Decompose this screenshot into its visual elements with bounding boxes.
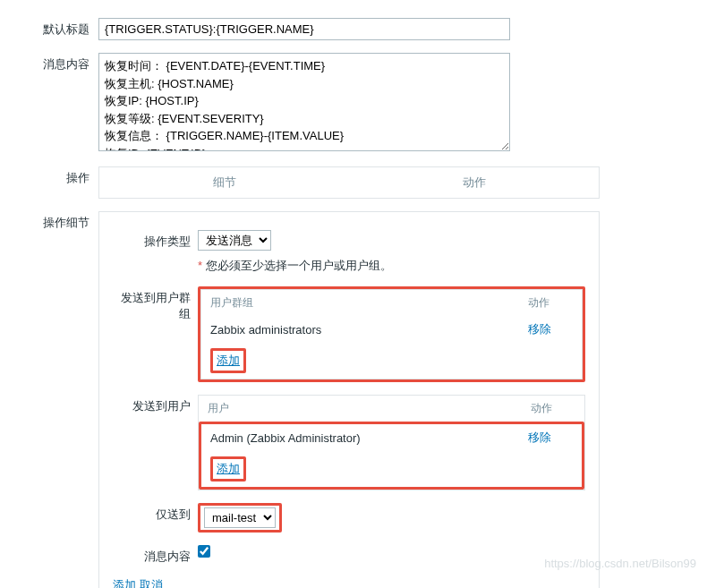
watermark: https://blog.csdn.net/Bilson99 bbox=[544, 557, 696, 570]
operation-type-select[interactable]: 发送消息 bbox=[198, 230, 271, 251]
user-groups-header-action: 动作 bbox=[528, 295, 573, 311]
operation-details-label: 操作细节 bbox=[9, 211, 98, 588]
table-row: 添加 bbox=[201, 451, 582, 487]
message-content-checkbox[interactable] bbox=[198, 545, 210, 558]
default-title-label: 默认标题 bbox=[9, 18, 98, 40]
only-send-to-label: 仅送到 bbox=[113, 503, 198, 523]
user-group-add-link[interactable]: 添加 bbox=[217, 354, 240, 367]
tab-action[interactable]: 动作 bbox=[349, 167, 599, 198]
inline-cancel-link[interactable]: 取消 bbox=[140, 578, 163, 588]
user-group-name: Zabbix administrators bbox=[210, 323, 528, 337]
operation-label: 操作 bbox=[9, 166, 98, 199]
send-to-user-groups-label: 发送到用户群组 bbox=[113, 286, 198, 322]
only-send-to-highlight: mail-test bbox=[198, 503, 282, 533]
user-add-highlight: 添加 bbox=[210, 456, 246, 481]
user-name: Admin (Zabbix Administrator) bbox=[210, 431, 528, 445]
asterisk-icon: * bbox=[198, 259, 202, 272]
user-groups-header-group: 用户群组 bbox=[210, 295, 528, 311]
inline-actions: 添加 取消 bbox=[113, 577, 585, 588]
message-content-label: 消息内容 bbox=[9, 53, 98, 154]
tab-details[interactable]: 细节 bbox=[99, 167, 349, 198]
users-header-action: 动作 bbox=[531, 401, 575, 416]
user-group-add-highlight: 添加 bbox=[210, 348, 246, 373]
users-header-user: 用户 bbox=[208, 401, 531, 416]
operation-type-label: 操作类型 bbox=[113, 230, 198, 250]
users-table: 用户 动作 Admin (Zabbix Administrator) 移除 添加 bbox=[198, 395, 585, 490]
operation-tabs: 细节 动作 bbox=[98, 166, 600, 199]
inline-add-link[interactable]: 添加 bbox=[113, 578, 136, 588]
message-content-textarea[interactable] bbox=[98, 53, 510, 151]
user-add-link[interactable]: 添加 bbox=[217, 462, 240, 475]
default-title-input[interactable] bbox=[98, 18, 510, 40]
user-remove-link[interactable]: 移除 bbox=[528, 430, 551, 444]
only-send-to-select[interactable]: mail-test bbox=[204, 507, 276, 528]
message-content-cb-label: 消息内容 bbox=[113, 545, 198, 565]
table-row: 添加 bbox=[201, 343, 582, 379]
operation-details-box: 操作类型 发送消息 * 您必须至少选择一个用户或用户组。 发送到用户群组 bbox=[98, 211, 600, 588]
user-groups-table: 用户群组 动作 Zabbix administrators 移除 添加 bbox=[200, 289, 583, 379]
user-group-remove-link[interactable]: 移除 bbox=[528, 322, 551, 336]
send-to-users-label: 发送到用户 bbox=[113, 395, 198, 414]
select-user-hint: * 您必须至少选择一个用户或用户组。 bbox=[198, 258, 585, 274]
table-row: Zabbix administrators 移除 bbox=[201, 316, 582, 343]
user-groups-highlight: 用户群组 动作 Zabbix administrators 移除 添加 bbox=[198, 286, 585, 382]
users-highlight: Admin (Zabbix Administrator) 移除 添加 bbox=[199, 422, 584, 490]
table-row: Admin (Zabbix Administrator) 移除 bbox=[201, 424, 582, 451]
